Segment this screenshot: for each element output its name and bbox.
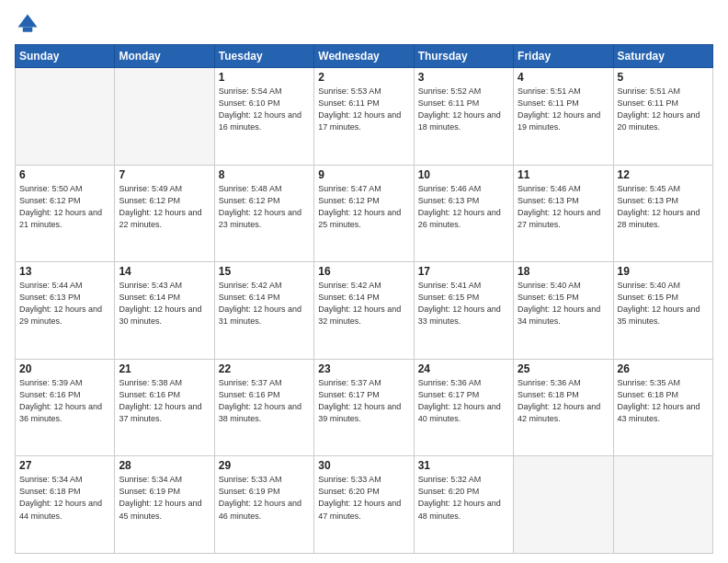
calendar-cell: 16Sunrise: 5:42 AM Sunset: 6:14 PM Dayli… <box>314 262 414 360</box>
calendar-cell: 26Sunrise: 5:35 AM Sunset: 6:18 PM Dayli… <box>613 359 712 456</box>
day-info: Sunrise: 5:34 AM Sunset: 6:18 PM Dayligh… <box>19 474 110 522</box>
day-number: 30 <box>318 459 409 472</box>
day-number: 29 <box>219 459 310 472</box>
calendar-cell <box>16 68 115 166</box>
day-number: 27 <box>19 459 110 472</box>
calendar-cell: 10Sunrise: 5:46 AM Sunset: 6:13 PM Dayli… <box>414 165 513 262</box>
day-number: 4 <box>518 71 609 84</box>
calendar-cell: 14Sunrise: 5:43 AM Sunset: 6:14 PM Dayli… <box>115 262 214 360</box>
day-number: 25 <box>518 362 609 375</box>
day-number: 3 <box>418 71 509 84</box>
day-info: Sunrise: 5:43 AM Sunset: 6:14 PM Dayligh… <box>119 280 210 327</box>
calendar-cell: 24Sunrise: 5:36 AM Sunset: 6:17 PM Dayli… <box>414 359 513 456</box>
calendar-cell: 22Sunrise: 5:37 AM Sunset: 6:16 PM Dayli… <box>214 359 313 456</box>
header <box>15 11 713 37</box>
day-info: Sunrise: 5:45 AM Sunset: 6:13 PM Dayligh… <box>618 183 709 231</box>
calendar-cell: 19Sunrise: 5:40 AM Sunset: 6:15 PM Dayli… <box>613 262 712 360</box>
day-info: Sunrise: 5:41 AM Sunset: 6:15 PM Dayligh… <box>418 280 509 327</box>
calendar-header-saturday: Saturday <box>613 45 712 68</box>
calendar-cell: 3Sunrise: 5:52 AM Sunset: 6:11 PM Daylig… <box>414 68 513 166</box>
calendar-header-monday: Monday <box>115 45 214 68</box>
calendar-header-wednesday: Wednesday <box>314 45 414 68</box>
calendar-week-2: 6Sunrise: 5:50 AM Sunset: 6:12 PM Daylig… <box>16 165 713 262</box>
day-info: Sunrise: 5:36 AM Sunset: 6:17 PM Dayligh… <box>418 377 509 425</box>
calendar-cell: 25Sunrise: 5:36 AM Sunset: 6:18 PM Dayli… <box>514 359 613 456</box>
day-number: 18 <box>518 265 609 278</box>
calendar-cell: 11Sunrise: 5:46 AM Sunset: 6:13 PM Dayli… <box>514 165 613 262</box>
day-info: Sunrise: 5:51 AM Sunset: 6:11 PM Dayligh… <box>618 86 709 133</box>
day-number: 9 <box>318 168 409 181</box>
calendar-cell: 12Sunrise: 5:45 AM Sunset: 6:13 PM Dayli… <box>613 165 712 262</box>
calendar-cell: 29Sunrise: 5:33 AM Sunset: 6:19 PM Dayli… <box>214 456 313 554</box>
day-info: Sunrise: 5:50 AM Sunset: 6:12 PM Dayligh… <box>19 183 110 231</box>
day-number: 31 <box>418 459 509 472</box>
calendar-cell: 7Sunrise: 5:49 AM Sunset: 6:12 PM Daylig… <box>115 165 214 262</box>
day-info: Sunrise: 5:54 AM Sunset: 6:10 PM Dayligh… <box>219 86 310 133</box>
day-info: Sunrise: 5:33 AM Sunset: 6:19 PM Dayligh… <box>219 474 310 522</box>
day-info: Sunrise: 5:37 AM Sunset: 6:17 PM Dayligh… <box>318 377 409 425</box>
day-number: 11 <box>518 168 609 181</box>
page: SundayMondayTuesdayWednesdayThursdayFrid… <box>0 0 728 563</box>
day-info: Sunrise: 5:35 AM Sunset: 6:18 PM Dayligh… <box>618 377 709 425</box>
calendar-header-row: SundayMondayTuesdayWednesdayThursdayFrid… <box>16 45 713 68</box>
calendar-cell: 17Sunrise: 5:41 AM Sunset: 6:15 PM Dayli… <box>414 262 513 360</box>
day-info: Sunrise: 5:34 AM Sunset: 6:19 PM Dayligh… <box>119 474 210 522</box>
day-info: Sunrise: 5:46 AM Sunset: 6:13 PM Dayligh… <box>518 183 609 231</box>
calendar-cell: 1Sunrise: 5:54 AM Sunset: 6:10 PM Daylig… <box>214 68 313 166</box>
day-number: 28 <box>119 459 210 472</box>
calendar-cell: 5Sunrise: 5:51 AM Sunset: 6:11 PM Daylig… <box>613 68 712 166</box>
logo-icon <box>15 11 40 37</box>
day-info: Sunrise: 5:39 AM Sunset: 6:16 PM Dayligh… <box>19 377 110 425</box>
day-number: 7 <box>119 168 210 181</box>
calendar-cell: 4Sunrise: 5:51 AM Sunset: 6:11 PM Daylig… <box>514 68 613 166</box>
calendar-cell: 8Sunrise: 5:48 AM Sunset: 6:12 PM Daylig… <box>214 165 313 262</box>
day-number: 12 <box>618 168 709 181</box>
logo <box>15 11 44 37</box>
calendar-cell: 31Sunrise: 5:32 AM Sunset: 6:20 PM Dayli… <box>414 456 513 554</box>
calendar-week-5: 27Sunrise: 5:34 AM Sunset: 6:18 PM Dayli… <box>16 456 713 554</box>
calendar-cell: 27Sunrise: 5:34 AM Sunset: 6:18 PM Dayli… <box>16 456 115 554</box>
day-info: Sunrise: 5:46 AM Sunset: 6:13 PM Dayligh… <box>418 183 509 231</box>
day-number: 2 <box>318 71 409 84</box>
day-number: 8 <box>219 168 310 181</box>
day-info: Sunrise: 5:40 AM Sunset: 6:15 PM Dayligh… <box>518 280 609 327</box>
calendar-cell <box>514 456 613 554</box>
day-number: 24 <box>418 362 509 375</box>
calendar-header-tuesday: Tuesday <box>214 45 313 68</box>
day-number: 22 <box>219 362 310 375</box>
calendar-cell: 9Sunrise: 5:47 AM Sunset: 6:12 PM Daylig… <box>314 165 414 262</box>
calendar-cell: 28Sunrise: 5:34 AM Sunset: 6:19 PM Dayli… <box>115 456 214 554</box>
day-number: 5 <box>618 71 709 84</box>
day-info: Sunrise: 5:51 AM Sunset: 6:11 PM Dayligh… <box>518 86 609 133</box>
calendar-week-4: 20Sunrise: 5:39 AM Sunset: 6:16 PM Dayli… <box>16 359 713 456</box>
day-number: 10 <box>418 168 509 181</box>
calendar-week-1: 1Sunrise: 5:54 AM Sunset: 6:10 PM Daylig… <box>16 68 713 166</box>
day-info: Sunrise: 5:52 AM Sunset: 6:11 PM Dayligh… <box>418 86 509 133</box>
day-info: Sunrise: 5:48 AM Sunset: 6:12 PM Dayligh… <box>219 183 310 231</box>
day-number: 6 <box>19 168 110 181</box>
calendar-cell: 30Sunrise: 5:33 AM Sunset: 6:20 PM Dayli… <box>314 456 414 554</box>
svg-marker-0 <box>18 15 38 28</box>
day-info: Sunrise: 5:36 AM Sunset: 6:18 PM Dayligh… <box>518 377 609 425</box>
calendar-week-3: 13Sunrise: 5:44 AM Sunset: 6:13 PM Dayli… <box>16 262 713 360</box>
day-info: Sunrise: 5:32 AM Sunset: 6:20 PM Dayligh… <box>418 474 509 522</box>
day-number: 21 <box>119 362 210 375</box>
calendar-header-friday: Friday <box>514 45 613 68</box>
day-number: 23 <box>318 362 409 375</box>
day-number: 16 <box>318 265 409 278</box>
calendar-cell <box>613 456 712 554</box>
day-number: 14 <box>119 265 210 278</box>
calendar-cell: 18Sunrise: 5:40 AM Sunset: 6:15 PM Dayli… <box>514 262 613 360</box>
day-info: Sunrise: 5:49 AM Sunset: 6:12 PM Dayligh… <box>119 183 210 231</box>
day-info: Sunrise: 5:38 AM Sunset: 6:16 PM Dayligh… <box>119 377 210 425</box>
day-info: Sunrise: 5:53 AM Sunset: 6:11 PM Dayligh… <box>318 86 409 133</box>
calendar-cell: 2Sunrise: 5:53 AM Sunset: 6:11 PM Daylig… <box>314 68 414 166</box>
calendar-header-thursday: Thursday <box>414 45 513 68</box>
day-info: Sunrise: 5:40 AM Sunset: 6:15 PM Dayligh… <box>618 280 709 327</box>
day-number: 19 <box>618 265 709 278</box>
svg-rect-1 <box>23 28 33 32</box>
day-number: 13 <box>19 265 110 278</box>
day-number: 1 <box>219 71 310 84</box>
day-info: Sunrise: 5:42 AM Sunset: 6:14 PM Dayligh… <box>219 280 310 327</box>
calendar-cell: 23Sunrise: 5:37 AM Sunset: 6:17 PM Dayli… <box>314 359 414 456</box>
